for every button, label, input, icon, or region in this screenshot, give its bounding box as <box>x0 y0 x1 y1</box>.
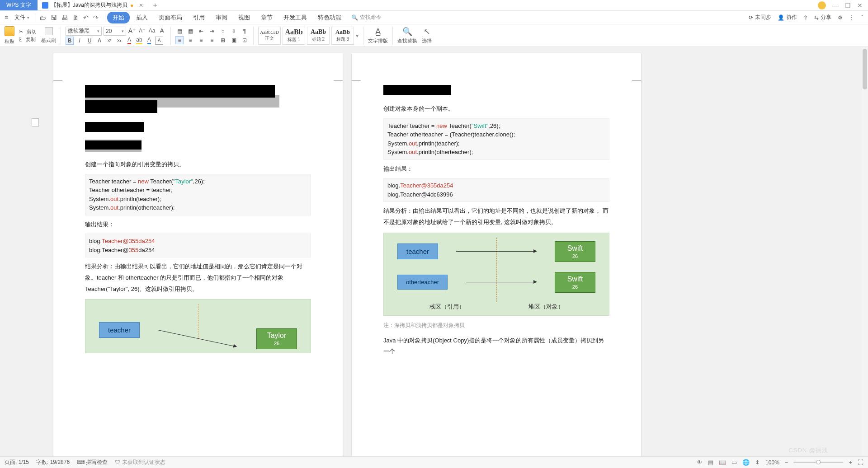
sort-icon[interactable]: ↕ <box>219 27 227 35</box>
undo-icon[interactable]: ↶ <box>83 14 89 21</box>
align-right-icon[interactable]: ≡ <box>197 36 205 44</box>
strike-button[interactable]: A <box>95 37 104 45</box>
new-tab-button[interactable]: + <box>148 0 162 10</box>
clear-format-icon[interactable]: A̶ <box>158 27 166 35</box>
underline-button[interactable]: U <box>85 37 94 45</box>
box-teacher2: teacher <box>397 243 438 259</box>
outline-view-icon[interactable]: ▤ <box>708 459 713 466</box>
tab-dev-tools[interactable]: 开发工具 <box>279 12 311 23</box>
format-brush-button[interactable]: 格式刷 <box>41 27 56 44</box>
font-size-select[interactable]: 20▾ <box>104 27 126 36</box>
fit-width-icon[interactable]: ⬍ <box>755 459 760 466</box>
grow-font-icon[interactable]: A⁺ <box>128 27 136 35</box>
zoom-in-icon[interactable]: + <box>849 459 852 466</box>
style-heading2[interactable]: AaBb标题 2 <box>307 27 330 45</box>
search-icon: 🔍 <box>351 14 358 21</box>
redo-icon[interactable]: ↷ <box>93 14 99 21</box>
user-avatar[interactable] <box>818 1 826 9</box>
app-tab[interactable]: WPS 文字 <box>0 0 38 10</box>
web-view-icon[interactable]: 🌐 <box>742 459 750 466</box>
document-tab[interactable]: 【拓展】Java的深拷贝与浅拷贝 ● ✕ <box>38 0 149 10</box>
align-left-icon[interactable]: ≡ <box>175 36 184 44</box>
hamburger-icon[interactable]: ≡ <box>5 14 8 21</box>
font-color2-button[interactable]: A <box>145 37 153 45</box>
scroll-thumb[interactable] <box>863 49 867 89</box>
paste-group[interactable]: 粘贴 <box>5 26 14 45</box>
zoom-out-icon[interactable]: − <box>785 459 788 466</box>
borders-icon[interactable]: ⊡ <box>241 36 249 44</box>
collab-button[interactable]: 👤 协作 <box>778 14 797 21</box>
copy-button[interactable]: ⎘ 复制 <box>19 36 37 43</box>
format-brush-icon <box>45 27 53 35</box>
shading-icon[interactable]: ▣ <box>230 36 238 44</box>
italic-button[interactable]: I <box>75 37 84 45</box>
numbering-icon[interactable]: ▦ <box>186 27 194 35</box>
text-layout-button[interactable]: A̲文字排版 <box>368 27 388 44</box>
bullets-icon[interactable]: ▤ <box>175 27 184 35</box>
zoom-level[interactable]: 100% <box>765 459 779 466</box>
align-center-icon[interactable]: ≡ <box>186 36 194 44</box>
line-spacing-icon[interactable]: ⇳ <box>230 27 238 35</box>
style-normal[interactable]: AaBbCcD正文 <box>258 27 281 45</box>
style-more-icon[interactable]: ▾ <box>356 33 359 39</box>
command-search[interactable]: 🔍 查找命令 <box>351 14 382 21</box>
more-icon[interactable]: ⋮ <box>849 14 854 21</box>
zoom-slider[interactable] <box>793 462 843 463</box>
tab-view[interactable]: 视图 <box>234 12 255 23</box>
arrow-icon <box>158 330 236 347</box>
cut-button[interactable]: ✂ 剪切 <box>19 28 37 35</box>
print-preview-icon[interactable]: 🗎 <box>72 14 79 21</box>
style-heading3[interactable]: AaBb标题 3 <box>331 27 354 45</box>
indent-icon[interactable]: ⇥ <box>208 27 216 35</box>
open-icon[interactable]: 🗁 <box>40 14 46 21</box>
share-button[interactable]: ⇆ 分享 <box>814 14 831 21</box>
page-1: 创建一个指向对象的引用变量的拷贝。 Teacher teacher = new … <box>53 53 343 456</box>
sync-button[interactable]: ⟳ 未同步 <box>749 14 771 21</box>
font-color-button[interactable]: A <box>125 37 133 45</box>
close-window-icon[interactable]: ✕ <box>857 2 863 9</box>
show-marks-icon[interactable]: ¶ <box>241 27 249 35</box>
collapse-ribbon-icon[interactable]: ˄ <box>861 14 863 21</box>
style-gallery[interactable]: AaBbCcD正文 AaBb标题 1 AaBb标题 2 AaBb标题 3 ▾ <box>258 27 359 45</box>
align-justify-icon[interactable]: ≡ <box>208 36 216 44</box>
close-tab-icon[interactable]: ✕ <box>139 2 143 9</box>
tab-review[interactable]: 审阅 <box>211 12 232 23</box>
page-view-icon[interactable]: ▭ <box>731 459 737 466</box>
style-heading1[interactable]: AaBb标题 1 <box>283 27 305 45</box>
page-indicator[interactable]: 页面: 1/15 <box>5 459 29 466</box>
select-button[interactable]: ↖选择 <box>422 27 432 44</box>
tab-insert[interactable]: 插入 <box>132 12 152 23</box>
phonetic-button[interactable]: A <box>155 37 163 45</box>
subscript-button[interactable]: X₂ <box>115 37 123 45</box>
bold-button[interactable]: B <box>66 37 74 45</box>
minimize-icon[interactable]: — <box>832 2 839 9</box>
export-icon[interactable]: ⇪ <box>803 14 808 21</box>
tab-start[interactable]: 开始 <box>107 12 130 23</box>
save-icon[interactable]: 🖫 <box>51 14 57 21</box>
outdent-icon[interactable]: ⇤ <box>197 27 205 35</box>
document-canvas[interactable]: 创建一个指向对象的引用变量的拷贝。 Teacher teacher = new … <box>0 47 862 456</box>
find-replace-button[interactable]: 🔍查找替换 <box>397 27 417 44</box>
word-count[interactable]: 字数: 19/2876 <box>36 459 70 466</box>
fullscreen-icon[interactable]: ⛶ <box>858 459 863 466</box>
eye-icon[interactable]: 👁 <box>697 459 703 466</box>
file-menu[interactable]: 文件 ▾ <box>11 14 33 21</box>
read-view-icon[interactable]: 📖 <box>719 459 726 466</box>
tab-references[interactable]: 引用 <box>189 12 209 23</box>
tab-page-layout[interactable]: 页面布局 <box>154 12 187 23</box>
distribute-icon[interactable]: ⊞ <box>219 36 227 44</box>
tab-special[interactable]: 特色功能 <box>313 12 346 23</box>
font-name-select[interactable]: 微软雅黑▾ <box>66 27 102 36</box>
change-case-icon[interactable]: Aa <box>148 27 156 35</box>
vertical-scrollbar[interactable] <box>862 47 868 456</box>
shrink-font-icon[interactable]: A⁻ <box>138 27 146 35</box>
maximize-icon[interactable]: ❐ <box>845 2 851 9</box>
tab-chapter[interactable]: 章节 <box>256 12 277 23</box>
highlight-button[interactable]: ab <box>135 37 143 45</box>
superscript-button[interactable]: X² <box>105 37 113 45</box>
page-nav-icon[interactable] <box>32 118 39 126</box>
spell-check[interactable]: ⌨ 拼写检查 <box>77 459 108 466</box>
status-bar: 页面: 1/15 字数: 19/2876 ⌨ 拼写检查 🛡 未获取到认证状态 👁… <box>0 456 868 468</box>
print-icon[interactable]: 🖶 <box>61 14 68 21</box>
settings-icon[interactable]: ⚙ <box>838 14 843 21</box>
